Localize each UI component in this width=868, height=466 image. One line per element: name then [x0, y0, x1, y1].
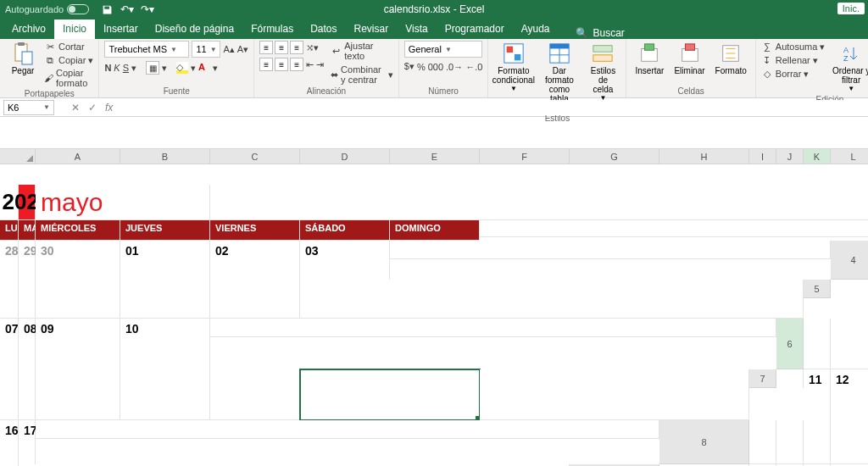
increase-font-button[interactable]: A▴ [223, 44, 234, 55]
autosum-button[interactable]: ∑Autosuma ▾ [761, 41, 826, 53]
percent-button[interactable]: % [417, 62, 426, 72]
align-left-button[interactable]: ≡ [259, 58, 273, 71]
tab-formulas[interactable]: Fórmulas [242, 19, 302, 39]
format-painter-button[interactable]: 🖌Copiar formato [44, 68, 93, 88]
align-right-button[interactable]: ≡ [290, 58, 303, 71]
day-cell[interactable]: 08 [19, 319, 36, 369]
selected-cell[interactable] [300, 369, 480, 420]
fill-down-icon: ↧ [761, 54, 773, 66]
increase-decimal-button[interactable]: .0→ [446, 62, 463, 72]
row-header[interactable]: 6 [776, 319, 804, 369]
orientation-button[interactable]: ⤭▾ [306, 42, 319, 53]
col-header[interactable]: E [390, 149, 480, 164]
decrease-indent-button[interactable]: ⇤ [306, 59, 314, 70]
day-cell[interactable]: 09 [36, 319, 120, 369]
day-cell[interactable]: 29 [19, 241, 36, 280]
italic-button[interactable]: K [114, 63, 120, 73]
paste-button[interactable]: Pegar [5, 41, 41, 77]
save-icon[interactable] [101, 3, 113, 15]
border-button[interactable]: ▦▾ [146, 61, 167, 75]
tab-inicio[interactable]: Inicio [54, 19, 95, 39]
sort-filter-button[interactable]: AZ Ordenar y filtrar▼ [828, 41, 868, 94]
font-size-combo[interactable]: 11▼ [192, 41, 220, 58]
col-header[interactable]: D [300, 149, 390, 164]
day-cell[interactable]: 03 [300, 241, 390, 280]
currency-button[interactable]: $▾ [404, 61, 415, 72]
wrap-text-button[interactable]: ↩Ajustar texto [331, 41, 393, 61]
fx-icon[interactable]: fx [105, 102, 113, 114]
quick-access-toolbar: ↶▾ ↷▾ [101, 3, 153, 15]
merge-center-button[interactable]: ⬌Combinar y centrar ▾ [331, 64, 393, 85]
day-cell[interactable]: 02 [210, 241, 300, 280]
fill-button[interactable]: ↧Rellenar ▾ [761, 54, 826, 66]
number-format-combo[interactable]: General▼ [404, 41, 482, 58]
day-cell[interactable]: 28 [0, 241, 19, 280]
row-header[interactable]: 7 [749, 369, 776, 388]
clear-button[interactable]: ◇Borrar ▾ [761, 68, 826, 80]
autosave-toggle[interactable]: Autoguardado [5, 4, 89, 14]
col-header[interactable]: I [749, 149, 776, 164]
underline-button[interactable]: S ▾ [123, 63, 136, 74]
day-cell[interactable]: 17 [19, 420, 36, 464]
col-header[interactable]: C [210, 149, 300, 164]
col-header[interactable]: K [804, 149, 831, 164]
copy-button[interactable]: ⧉Copiar ▾ [44, 54, 93, 66]
sign-in-button[interactable]: Inic. [837, 3, 865, 14]
worksheet-grid[interactable]: A B C D E F G H I J K L M N 1 2020 mayo … [0, 149, 868, 466]
row-header[interactable]: 8 [659, 420, 749, 464]
bold-button[interactable]: N [104, 63, 111, 73]
align-center-button[interactable]: ≡ [275, 58, 288, 71]
decrease-decimal-button[interactable]: ←.0 [465, 62, 482, 72]
formula-input[interactable] [120, 100, 868, 115]
col-header[interactable]: B [120, 149, 210, 164]
tell-me-search[interactable]: 🔍 Buscar [576, 27, 625, 39]
tab-vista[interactable]: Vista [397, 19, 436, 39]
svg-rect-10 [593, 46, 612, 52]
decrease-font-button[interactable]: A▾ [237, 44, 248, 55]
tab-insertar[interactable]: Insertar [95, 19, 147, 39]
comma-button[interactable]: 000 [428, 62, 443, 72]
tab-datos[interactable]: Datos [302, 19, 345, 39]
insert-cells-button[interactable]: Insertar [632, 41, 667, 77]
redo-icon[interactable]: ↷▾ [142, 3, 153, 15]
cancel-formula-icon[interactable]: ✕ [71, 102, 80, 114]
row-header[interactable]: 5 [804, 280, 831, 298]
tab-revisar[interactable]: Revisar [346, 19, 398, 39]
day-cell[interactable]: 07 [0, 319, 19, 369]
tab-ayuda[interactable]: Ayuda [513, 19, 559, 39]
day-cell[interactable]: 11 [804, 369, 831, 420]
cell-styles-button[interactable]: Estilos de celda▼ [585, 41, 620, 103]
align-middle-button[interactable]: ≡ [275, 41, 288, 54]
col-header[interactable]: L [831, 149, 868, 164]
day-cell[interactable]: 12 [831, 369, 868, 420]
tab-diseno[interactable]: Diseño de página [147, 19, 242, 39]
name-box[interactable]: K6▼ [3, 100, 54, 115]
copy-icon: ⧉ [44, 54, 56, 66]
day-cell[interactable]: 10 [120, 319, 210, 369]
fill-color-button[interactable]: ◇▾ [176, 62, 196, 74]
tab-programador[interactable]: Programador [437, 19, 513, 39]
enter-formula-icon[interactable]: ✓ [88, 102, 97, 114]
undo-icon[interactable]: ↶▾ [121, 3, 133, 15]
col-header[interactable]: H [659, 149, 749, 164]
delete-cells-button[interactable]: Eliminar [670, 41, 708, 77]
format-cells-button[interactable]: Formato [712, 41, 750, 77]
increase-indent-button[interactable]: ⇥ [316, 59, 324, 70]
align-top-button[interactable]: ≡ [259, 41, 273, 54]
row-header[interactable]: 4 [831, 241, 868, 280]
day-cell[interactable]: 01 [120, 241, 210, 280]
col-header[interactable]: F [480, 149, 570, 164]
col-header[interactable]: A [36, 149, 120, 164]
select-all-corner[interactable] [0, 149, 36, 164]
day-cell[interactable]: 16 [0, 420, 19, 464]
conditional-format-button[interactable]: Formato condicional▼ [493, 41, 533, 94]
font-name-combo[interactable]: Trebuchet MS▼ [104, 41, 189, 58]
col-header[interactable]: J [776, 149, 804, 164]
align-bottom-button[interactable]: ≡ [290, 41, 303, 54]
tab-archivo[interactable]: Archivo [3, 19, 54, 39]
col-header[interactable]: G [570, 149, 659, 164]
font-color-button[interactable]: A▾ [198, 62, 218, 74]
cut-button[interactable]: ✂Cortar [44, 41, 93, 53]
toggle-off-icon [67, 4, 89, 14]
day-cell[interactable]: 30 [36, 241, 120, 280]
